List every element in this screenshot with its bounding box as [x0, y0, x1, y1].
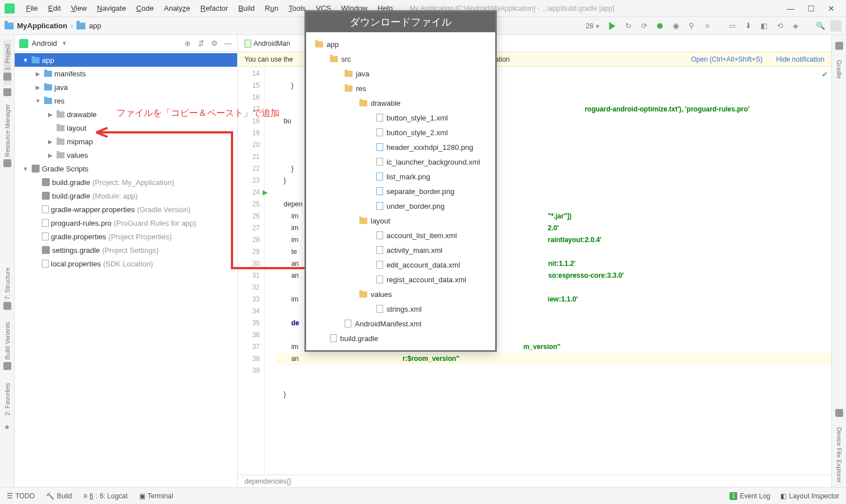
popup-file[interactable]: account_list_item.xml: [306, 228, 495, 243]
rail-device-explorer[interactable]: Device File Explorer: [836, 423, 843, 487]
popup-file[interactable]: separate_border.png: [306, 184, 495, 199]
popup-file[interactable]: AndroidManifest.xml: [306, 316, 495, 331]
bottom-todo[interactable]: ☰ TODO: [7, 492, 35, 500]
stop-icon[interactable]: ■: [701, 20, 714, 32]
apply-changes-icon[interactable]: ↻: [622, 20, 634, 32]
tree-node-app[interactable]: ▼app: [15, 53, 237, 67]
tree-node-settings-gradle[interactable]: settings.gradle (Project Settings): [15, 243, 237, 257]
rail-resource-manager[interactable]: Resource Manager: [3, 100, 11, 172]
popup-file[interactable]: activity_main.xml: [306, 243, 495, 257]
menu-view[interactable]: View: [66, 2, 91, 15]
maximize-icon[interactable]: ☐: [806, 4, 815, 13]
open-project-structure-link[interactable]: Open (Ctrl+Alt+Shift+S): [691, 55, 762, 63]
popup-node-app[interactable]: app: [306, 37, 495, 51]
menu-build[interactable]: Build: [234, 2, 259, 15]
popup-file[interactable]: list_mark.png: [306, 169, 495, 184]
popup-file[interactable]: ic_launcher_background.xml: [306, 154, 495, 169]
run-button[interactable]: [606, 20, 619, 32]
popup-node-res[interactable]: res: [306, 81, 495, 96]
tree-node-local-properties[interactable]: local.properties (SDK Location): [15, 257, 237, 270]
sync-icon[interactable]: ⟲: [774, 20, 786, 32]
minimize-icon[interactable]: —: [786, 4, 795, 13]
cube-icon[interactable]: ◈: [789, 20, 802, 32]
rail-build-variants[interactable]: Build Variants: [3, 317, 11, 374]
close-icon[interactable]: ✕: [827, 4, 836, 13]
tree-node-manifests[interactable]: ▶manifests: [15, 67, 237, 80]
tree-node-gradle-scripts[interactable]: ▼Gradle Scripts: [15, 162, 237, 175]
attach-debugger-icon[interactable]: ⚲: [685, 20, 698, 32]
rail-icon[interactable]: [3, 88, 11, 96]
popup-node-values[interactable]: values: [306, 287, 495, 301]
bottom-logcat[interactable]: ≡ 6: 6: Logcat: [83, 492, 127, 500]
bottom-terminal[interactable]: ▣ Terminal: [139, 492, 173, 500]
chevron-down-icon[interactable]: ▼: [61, 40, 68, 46]
api-level-selector[interactable]: 28 ▼: [583, 21, 603, 31]
popup-file[interactable]: edit_account_data.xml: [306, 257, 495, 272]
account-avatar[interactable]: [830, 20, 841, 32]
file-icon: [42, 205, 49, 213]
hide-icon[interactable]: —: [224, 39, 233, 48]
manifest-file-icon: [244, 40, 251, 48]
tree-node-mipmap[interactable]: ▶mipmap: [15, 135, 237, 148]
popup-file[interactable]: regist_account_data.xml: [306, 272, 495, 287]
debug-button[interactable]: [654, 20, 666, 32]
tree-node-gradle-properties[interactable]: gradle.properties (Project Properties): [15, 230, 237, 243]
search-icon[interactable]: 🔍: [814, 20, 827, 32]
popup-file[interactable]: strings.xml: [306, 301, 495, 316]
popup-file[interactable]: button_style_2.xml: [306, 125, 495, 140]
tree-node-gradle-wrapper[interactable]: gradle-wrapper.properties (Gradle Versio…: [15, 203, 237, 216]
activity-restart-icon[interactable]: ⟳: [638, 20, 650, 32]
popup-node-java[interactable]: java: [306, 66, 495, 81]
folder-icon: [315, 41, 323, 48]
popup-file[interactable]: build.gradle: [306, 331, 495, 346]
tree-node-build-gradle-module[interactable]: build.gradle (Module: app): [15, 189, 237, 203]
rail-structure[interactable]: 7: Structure: [3, 263, 11, 315]
svg-point-0: [657, 23, 663, 29]
menu-run[interactable]: Run: [260, 2, 283, 15]
android-icon: [19, 39, 28, 48]
folder-icon: [32, 57, 40, 63]
popup-tree[interactable]: app src java res drawable button_style_1…: [306, 32, 495, 350]
popup-node-src[interactable]: src: [306, 51, 495, 66]
resource-manager-icon[interactable]: ◧: [758, 20, 770, 32]
device-icon[interactable]: [835, 409, 843, 417]
popup-node-layout[interactable]: layout: [306, 213, 495, 228]
sdk-manager-icon[interactable]: ⬇: [742, 20, 754, 32]
editor-tab-manifest[interactable]: AndroidMan: [241, 37, 294, 50]
tree-node-proguard[interactable]: proguard-rules.pro (ProGuard Rules for a…: [15, 216, 237, 230]
popup-file[interactable]: button_style_1.xml: [306, 110, 495, 125]
collapse-icon[interactable]: ⇵: [196, 39, 205, 48]
project-view-selector[interactable]: Android: [32, 39, 57, 48]
tree-node-layout[interactable]: layout: [15, 121, 237, 135]
rail-favorites[interactable]: 2: Favorites: [4, 378, 11, 420]
gradle-icon[interactable]: [835, 42, 843, 50]
popup-file[interactable]: under_border.png: [306, 199, 495, 213]
bottom-layout-inspector[interactable]: ◧ Layout Inspector: [780, 492, 839, 500]
bottom-build[interactable]: 🔨 Build: [46, 492, 72, 500]
hide-notification-link[interactable]: Hide notification: [776, 55, 824, 63]
breadcrumb[interactable]: MyApplication › app: [5, 21, 101, 30]
breadcrumb-root: MyApplication: [17, 21, 67, 30]
popup-file[interactable]: header_xxxhdpi_1280.png: [306, 140, 495, 154]
menu-edit[interactable]: Edit: [44, 2, 65, 15]
menu-code[interactable]: Code: [132, 2, 158, 15]
profiler-icon[interactable]: ◉: [669, 20, 682, 32]
tree-node-build-gradle-project[interactable]: build.gradle (Project: My_Application): [15, 175, 237, 189]
popup-node-drawable[interactable]: drawable: [306, 96, 495, 110]
target-icon[interactable]: ⊕: [183, 39, 192, 48]
avd-manager-icon[interactable]: ▭: [726, 20, 738, 32]
tree-node-values[interactable]: ▶values: [15, 148, 237, 162]
menu-file[interactable]: File: [22, 2, 42, 15]
menu-navigate[interactable]: Navigate: [92, 2, 130, 15]
gradle-file-icon: [42, 246, 50, 254]
tree-node-res[interactable]: ▼res: [15, 94, 237, 107]
rail-gradle[interactable]: Gradle: [836, 55, 843, 83]
tree-node-java[interactable]: ▶java: [15, 80, 237, 94]
menu-analyze[interactable]: Analyze: [160, 2, 195, 15]
folder-icon: [44, 84, 52, 91]
gear-icon[interactable]: ⚙: [210, 39, 219, 48]
bottom-event-log[interactable]: 1 Event Log: [729, 492, 770, 500]
rail-project[interactable]: 1: Project: [3, 40, 11, 85]
project-panel: Android ▼ ⊕ ⇵ ⚙ — ▼app ▶manifests ▶java …: [15, 35, 238, 487]
menu-refactor[interactable]: Refactor: [196, 2, 233, 15]
